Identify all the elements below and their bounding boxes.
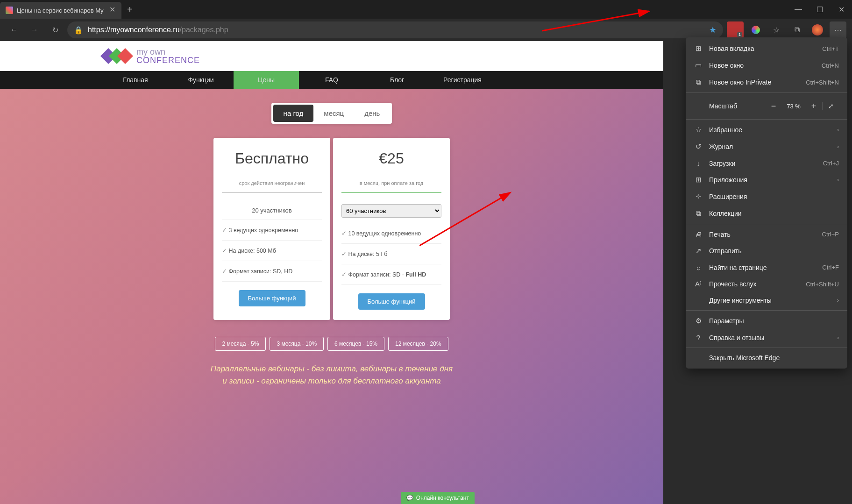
apps-icon: ⊞: [694, 176, 703, 184]
url-box[interactable]: 🔒 https://myownconference.ru/packages.ph…: [67, 21, 723, 38]
close-icon[interactable]: ✕: [108, 7, 116, 14]
edge-menu: ⊞Новая вкладкаCtrl+T ▭Новое окноCtrl+N ⧉…: [686, 37, 847, 369]
discount-badge[interactable]: 12 месяцев - 20%: [388, 337, 448, 351]
site-nav: Главная Функции Цены FAQ Блог Регистраци…: [0, 71, 663, 89]
menu-help[interactable]: ?Справка и отзывы›: [686, 329, 847, 346]
collections-icon[interactable]: ⧉: [788, 21, 805, 38]
nav-faq[interactable]: FAQ: [299, 71, 364, 89]
tab-title: Цены на сервис вебинаров My: [17, 7, 105, 14]
settings-menu-button[interactable]: ⋯: [830, 21, 846, 38]
gear-icon: ⚙: [694, 317, 703, 325]
download-icon: ↓: [694, 159, 703, 167]
card-feature: 10 ведущих одновременно: [341, 223, 441, 244]
newtab-icon: ⊞: [694, 44, 703, 53]
find-icon: ⌕: [694, 263, 703, 271]
card-subtitle: срок действия неограничен: [222, 180, 322, 193]
forward-button[interactable]: →: [26, 21, 43, 38]
menu-settings[interactable]: ⚙Параметры: [686, 312, 847, 329]
menu-favorites[interactable]: ☆Избранное›: [686, 121, 847, 138]
zoom-in-button[interactable]: +: [805, 99, 822, 114]
maximize-button[interactable]: ☐: [809, 1, 831, 18]
nav-features[interactable]: Функции: [168, 71, 234, 89]
card-feature: Формат записи: SD - Full HD: [341, 264, 441, 285]
page-viewport: my own CONFERENCE Главная Функции Цены F…: [0, 41, 663, 504]
card-feature: На диске: 500 Мб: [222, 241, 322, 261]
nav-home[interactable]: Главная: [103, 71, 168, 89]
menu-share[interactable]: ↗Отправить: [686, 242, 847, 259]
menu-print[interactable]: 🖨ПечатьCtrl+P: [686, 226, 847, 242]
chevron-right-icon: ›: [837, 127, 839, 133]
browser-tab[interactable]: Цены на сервис вебинаров My ✕: [0, 2, 121, 19]
menu-close-edge[interactable]: Закрыть Microsoft Edge: [686, 350, 847, 366]
discount-badge[interactable]: 6 месяцев - 15%: [327, 337, 384, 351]
discount-badge[interactable]: 2 месяца - 5%: [215, 337, 266, 351]
menu-extensions[interactable]: ✧Расширения: [686, 188, 847, 205]
menu-zoom-row: Масштаб − 73 % + ⤢: [686, 95, 847, 117]
close-window-button[interactable]: ✕: [831, 1, 852, 18]
nav-register[interactable]: Регистрация: [430, 71, 495, 89]
card-subtitle: в месяц, при оплате за год: [341, 180, 441, 193]
inprivate-icon: ⧉: [694, 78, 703, 86]
bottom-promo-text: Параллельные вебинары - без лимита, веби…: [0, 363, 663, 387]
newwin-icon: ▭: [694, 61, 703, 70]
site-logo[interactable]: my own CONFERENCE: [103, 48, 200, 64]
menu-apps[interactable]: ⊞Приложения›: [686, 171, 847, 188]
nav-blog[interactable]: Блог: [364, 71, 430, 89]
discount-badge[interactable]: 3 месяца - 10%: [270, 337, 324, 351]
collections-icon: ⧉: [694, 209, 703, 218]
extension-icon[interactable]: [747, 21, 764, 38]
menu-new-tab[interactable]: ⊞Новая вкладкаCtrl+T: [686, 40, 847, 57]
url-path: /packages.php: [180, 26, 228, 34]
favicon-icon: [6, 7, 13, 14]
history-icon: ↺: [694, 142, 703, 151]
tab-bar: Цены на сервис вебинаров My ✕ + — ☐ ✕: [0, 0, 852, 19]
nav-pricing[interactable]: Цены: [234, 71, 299, 89]
pricing-cards: Бесплатно срок действия неограничен 20 у…: [0, 138, 663, 320]
menu-new-inprivate[interactable]: ⧉Новое окно InPrivateCtrl+Shift+N: [686, 74, 847, 91]
more-features-button[interactable]: Больше функций: [239, 290, 305, 306]
zoom-out-button[interactable]: −: [765, 99, 782, 114]
period-year[interactable]: на год: [273, 105, 314, 122]
refresh-button[interactable]: ↻: [47, 21, 64, 38]
menu-history[interactable]: ↺Журнал›: [686, 138, 847, 155]
card-title: €25: [341, 150, 441, 167]
chevron-right-icon: ›: [837, 297, 839, 304]
back-button[interactable]: ←: [6, 21, 22, 38]
pricing-card-free: Бесплатно срок действия неограничен 20 у…: [213, 138, 330, 320]
url-host: https://myownconference.ru: [88, 26, 180, 34]
window-controls: — ☐ ✕: [788, 1, 852, 18]
period-month[interactable]: месяц: [313, 105, 354, 122]
print-icon: 🖨: [694, 230, 703, 238]
participants-select[interactable]: 60 участников: [341, 204, 441, 218]
zoom-value: 73 %: [782, 103, 805, 110]
new-tab-button[interactable]: +: [121, 4, 138, 15]
menu-new-window[interactable]: ▭Новое окноCtrl+N: [686, 57, 847, 74]
favorite-star-icon[interactable]: ★: [709, 25, 717, 35]
period-tabs: на год месяц день: [0, 103, 663, 124]
minimize-button[interactable]: —: [788, 1, 809, 18]
read-aloud-icon: A⁾: [694, 280, 703, 288]
chevron-right-icon: ›: [837, 334, 839, 341]
share-icon: ↗: [694, 247, 703, 255]
ublock-extension-icon[interactable]: 1: [727, 21, 744, 38]
menu-read-aloud[interactable]: A⁾Прочесть вслухCtrl+Shift+U: [686, 276, 847, 292]
menu-collections[interactable]: ⧉Коллекции: [686, 205, 847, 222]
menu-downloads[interactable]: ↓ЗагрузкиCtrl+J: [686, 155, 847, 171]
period-day[interactable]: день: [354, 105, 390, 122]
favorites-icon[interactable]: ☆: [768, 21, 785, 38]
online-chat-button[interactable]: 💬 Онлайн консультант: [401, 492, 475, 504]
profile-icon[interactable]: [809, 21, 826, 38]
menu-more-tools[interactable]: Другие инструменты›: [686, 292, 847, 308]
fullscreen-button[interactable]: ⤢: [822, 102, 839, 110]
card-feature: 3 ведущих одновременно: [222, 220, 322, 241]
menu-find[interactable]: ⌕Найти на страницеCtrl+F: [686, 259, 847, 276]
more-features-button[interactable]: Больше функций: [358, 293, 425, 310]
zoom-label: Масштаб: [694, 102, 765, 110]
card-feature: Формат записи: SD, HD: [222, 261, 322, 282]
card-title: Бесплатно: [222, 150, 322, 167]
discount-badges: 2 месяца - 5% 3 месяца - 10% 6 месяцев -…: [0, 337, 663, 351]
logo-text-1: my own: [136, 48, 200, 56]
chat-icon: 💬: [406, 495, 413, 501]
help-icon: ?: [694, 334, 703, 341]
logo-diamond-icon: [117, 48, 133, 64]
